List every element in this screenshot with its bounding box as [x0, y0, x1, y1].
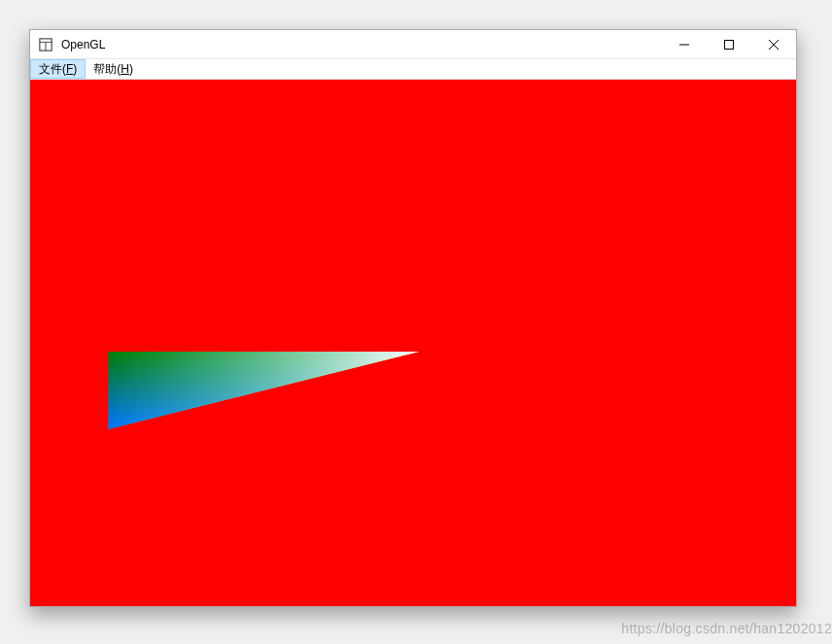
application-window: OpenGL [29, 29, 797, 607]
menu-file-mnemonic: F [66, 62, 73, 76]
maximize-icon [724, 40, 734, 50]
rendered-triangle [30, 80, 796, 606]
window-controls [662, 30, 796, 58]
minimize-icon [679, 40, 689, 50]
menu-help-mnemonic: H [121, 62, 129, 76]
menu-file[interactable]: 文件(F) [30, 59, 86, 79]
app-icon [38, 37, 53, 52]
svg-marker-9 [108, 352, 419, 429]
watermark-text: https://blog.csdn.net/han1202012 [621, 621, 832, 636]
close-button[interactable] [751, 30, 796, 58]
menu-help-label-prefix: 帮助( [93, 61, 121, 78]
menubar: 文件(F) 帮助(H) [30, 59, 796, 80]
maximize-button[interactable] [707, 30, 751, 58]
minimize-button[interactable] [662, 30, 707, 58]
window-shadow-wrapper: OpenGL [29, 29, 797, 607]
close-icon [769, 40, 779, 50]
titlebar[interactable]: OpenGL [30, 30, 796, 59]
opengl-canvas [30, 80, 796, 606]
menu-file-label-suffix: ) [73, 62, 77, 76]
window-title: OpenGL [61, 38, 105, 51]
menu-help-label-suffix: ) [129, 62, 133, 76]
menu-help[interactable]: 帮助(H) [86, 59, 141, 79]
svg-rect-4 [725, 40, 734, 49]
menu-file-label-prefix: 文件( [39, 61, 66, 78]
titlebar-left: OpenGL [30, 37, 105, 52]
